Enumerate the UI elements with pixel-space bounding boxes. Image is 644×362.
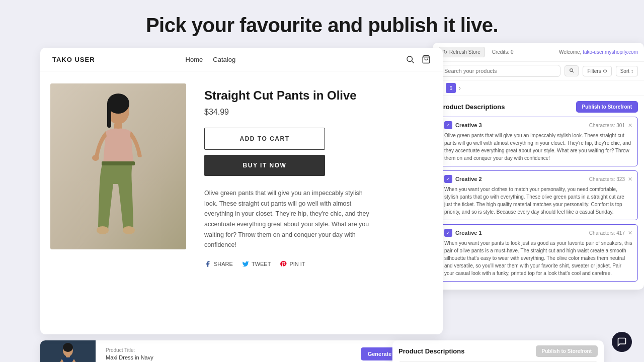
credits-display: Credits: 0 bbox=[492, 49, 514, 55]
creative-2-header: ✓ Creative 2 Characters: 323 ✕ bbox=[444, 175, 632, 183]
creative-card-2: ✓ Creative 2 Characters: 323 ✕ When you … bbox=[439, 170, 638, 220]
section-title: Product Descriptions bbox=[439, 103, 505, 111]
refresh-store-button[interactable]: ↻ Refresh Store bbox=[439, 47, 485, 57]
pinterest-icon bbox=[280, 260, 287, 267]
svg-point-8 bbox=[92, 155, 99, 161]
creative-1-label: ✓ Creative 1 bbox=[444, 229, 482, 237]
tako-panel: ↻ Refresh Store Credits: 0 Welcome, tako… bbox=[433, 43, 644, 290]
creative-3-label: ✓ Creative 3 bbox=[444, 121, 482, 129]
creative-3-header: ✓ Creative 3 Characters: 301 ✕ bbox=[444, 121, 632, 129]
svg-line-1 bbox=[412, 61, 414, 63]
creative-card-1: ✓ Creative 1 Characters: 417 ✕ When you … bbox=[439, 224, 638, 282]
tako-search-input[interactable] bbox=[439, 65, 560, 77]
creative-2-checkbox[interactable]: ✓ bbox=[444, 175, 452, 183]
publish-storefront-button[interactable]: Publish to Storefront bbox=[576, 101, 638, 113]
search-button[interactable] bbox=[565, 65, 579, 76]
creative-1-text: When you want your pants to look just as… bbox=[444, 239, 632, 277]
creative-3-checkbox[interactable]: ✓ bbox=[444, 121, 452, 129]
svg-point-11 bbox=[123, 226, 135, 234]
tako-header: ↻ Refresh Store Credits: 0 Welcome, tako… bbox=[433, 43, 644, 62]
svg-line-13 bbox=[573, 71, 574, 72]
creative-2-close[interactable]: ✕ bbox=[628, 176, 632, 183]
bottom-info-row-1: Product Title: Maxi Dress in Navy Genera… bbox=[106, 347, 433, 360]
creative-1-header: ✓ Creative 1 Characters: 417 ✕ bbox=[444, 229, 632, 237]
twitter-icon bbox=[242, 260, 249, 267]
nav-links: Home Catalog bbox=[186, 56, 406, 63]
creative-3-name: Creative 3 bbox=[455, 122, 482, 128]
product-description: Olive green pants that will give you an … bbox=[204, 188, 375, 250]
product-figure-svg bbox=[50, 83, 186, 249]
bottom-product-card: Product Title: Maxi Dress in Navy Genera… bbox=[40, 340, 443, 362]
creative-1-checkbox[interactable]: ✓ bbox=[444, 229, 452, 237]
tako-search-bar: Filters ⚙ Sort ↕ bbox=[433, 62, 644, 80]
pagination-next[interactable]: › bbox=[459, 85, 460, 91]
filters-button[interactable]: Filters ⚙ bbox=[583, 66, 611, 76]
section-title-row: Product Descriptions Publish to Storefro… bbox=[439, 101, 638, 113]
dress-figure-svg bbox=[40, 340, 96, 362]
svg-rect-9 bbox=[102, 161, 135, 165]
svg-rect-6 bbox=[107, 103, 111, 128]
title-label: Product Title: bbox=[106, 347, 153, 353]
buy-now-button[interactable]: BUY IT NOW bbox=[204, 155, 325, 176]
welcome-display: Welcome, tako-user.myshopify.com bbox=[559, 49, 638, 55]
bottom-product-thumbnail bbox=[40, 340, 96, 362]
cart-icon[interactable] bbox=[422, 55, 431, 64]
bottom-tako-panel: Product Descriptions Publish to Storefro… bbox=[392, 340, 604, 362]
search-icon-small bbox=[569, 68, 574, 73]
add-to-cart-button[interactable]: ADD TO CART bbox=[204, 128, 325, 150]
pagination-bar: ... 6 › bbox=[433, 80, 644, 96]
shopify-product-card: TAKO USER Home Catalog bbox=[40, 48, 443, 334]
creative-2-label: ✓ Creative 2 bbox=[444, 175, 482, 183]
bottom-product-info: Product Title: Maxi Dress in Navy Genera… bbox=[96, 340, 443, 362]
svg-point-10 bbox=[97, 226, 109, 234]
search-icon[interactable] bbox=[406, 55, 415, 64]
filter-icon: ⚙ bbox=[603, 68, 607, 74]
creative-3-chars: Characters: 301 ✕ bbox=[589, 122, 632, 129]
bottom-section-title-row: Product Descriptions Publish to Storefro… bbox=[398, 345, 598, 357]
share-pinterest[interactable]: PIN IT bbox=[280, 260, 305, 267]
product-title: Straight Cut Pants in Olive bbox=[204, 88, 423, 103]
bottom-publish-button[interactable]: Publish to Storefront bbox=[536, 345, 598, 357]
store-link[interactable]: tako-user.myshopify.com bbox=[583, 49, 638, 55]
product-image bbox=[50, 83, 186, 249]
creative-2-chars: Characters: 323 ✕ bbox=[589, 176, 632, 183]
page-heading: Pick your favourite and publish it live. bbox=[0, 0, 644, 48]
sort-button[interactable]: Sort ↕ bbox=[616, 66, 638, 76]
svg-point-12 bbox=[570, 69, 573, 72]
facebook-icon bbox=[204, 260, 211, 267]
product-title-field: Product Title: Maxi Dress in Navy bbox=[106, 347, 153, 360]
title-value: Maxi Dress in Navy bbox=[106, 354, 153, 360]
nav-catalog[interactable]: Catalog bbox=[213, 56, 235, 63]
svg-point-0 bbox=[407, 56, 413, 62]
chat-bubble[interactable] bbox=[612, 332, 632, 352]
shopify-navbar: TAKO USER Home Catalog bbox=[40, 48, 443, 71]
nav-home[interactable]: Home bbox=[186, 56, 203, 63]
chat-icon bbox=[617, 337, 627, 347]
bottom-area: Product Title: Maxi Dress in Navy Genera… bbox=[0, 340, 644, 362]
creative-1-name: Creative 1 bbox=[455, 230, 482, 236]
svg-point-16 bbox=[63, 343, 73, 352]
product-layout: Straight Cut Pants in Olive $34.99 ADD T… bbox=[40, 71, 443, 280]
share-facebook[interactable]: SHARE bbox=[204, 260, 233, 267]
creative-2-name: Creative 2 bbox=[455, 176, 482, 182]
creative-card-3: ✓ Creative 3 Characters: 301 ✕ Olive gre… bbox=[439, 117, 638, 166]
product-info: Straight Cut Pants in Olive $34.99 ADD T… bbox=[204, 83, 423, 267]
creative-1-chars: Characters: 417 ✕ bbox=[589, 230, 632, 236]
product-price: $34.99 bbox=[204, 108, 423, 117]
nav-icons bbox=[406, 55, 431, 64]
sort-icon: ↕ bbox=[631, 68, 633, 74]
creative-3-text: Olive green pants that will give you an … bbox=[444, 132, 632, 162]
social-share-row: SHARE TWEET PIN IT bbox=[204, 260, 423, 267]
product-image-wrap bbox=[50, 83, 186, 267]
pagination-current[interactable]: 6 bbox=[446, 83, 456, 93]
creative-2-text: When you want your clothes to match your… bbox=[444, 186, 632, 216]
tako-product-section: Product Descriptions Publish to Storefro… bbox=[433, 96, 644, 290]
creative-1-close[interactable]: ✕ bbox=[628, 230, 632, 236]
share-twitter[interactable]: TWEET bbox=[242, 260, 271, 267]
bottom-section-title: Product Descriptions bbox=[398, 347, 464, 355]
brand-name: TAKO USER bbox=[52, 56, 95, 63]
refresh-icon: ↻ bbox=[443, 49, 447, 55]
creative-3-close[interactable]: ✕ bbox=[628, 122, 632, 129]
